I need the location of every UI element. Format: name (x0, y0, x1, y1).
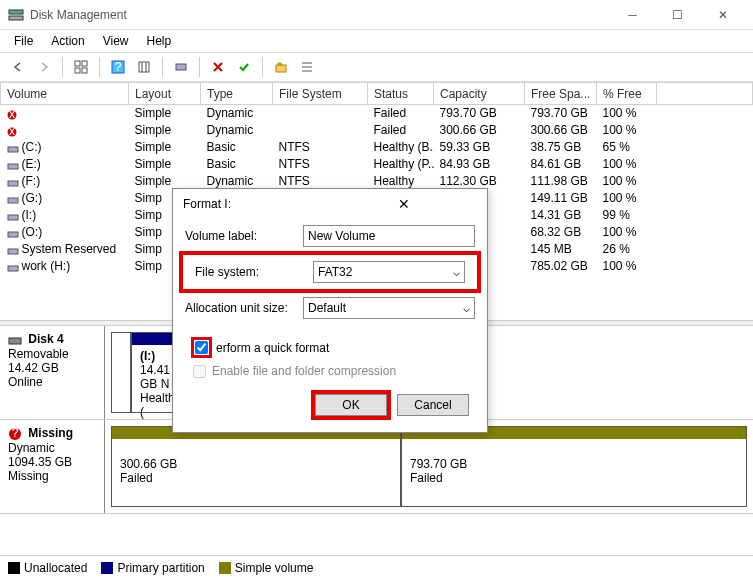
volume-icon (7, 177, 19, 187)
column-header[interactable]: Free Spa... (525, 83, 597, 105)
svg-text:x: x (9, 127, 15, 137)
volume-icon (7, 194, 19, 204)
disk-size: 14.42 GB (8, 361, 59, 375)
volume-label-label: Volume label: (185, 229, 295, 243)
chevron-down-icon: ⌵ (463, 301, 470, 315)
allocation-label: Allocation unit size: (185, 301, 295, 315)
svg-rect-22 (8, 164, 18, 169)
cancel-button[interactable]: Cancel (397, 394, 469, 416)
refresh-icon[interactable] (169, 55, 193, 79)
svg-rect-1 (9, 16, 23, 20)
svg-rect-23 (8, 181, 18, 186)
svg-text:x: x (9, 110, 15, 120)
compression-checkbox (193, 365, 206, 378)
volume-icon (7, 160, 19, 170)
svg-rect-12 (276, 65, 286, 72)
disk-icon (8, 333, 22, 347)
grid-icon[interactable] (69, 55, 93, 79)
table-row[interactable]: (E:)SimpleBasicNTFSHealthy (P...84.93 GB… (1, 156, 753, 173)
svg-rect-5 (82, 68, 87, 73)
svg-rect-29 (9, 338, 21, 344)
table-row[interactable]: (F:)SimpleDynamicNTFSHealthy112.30 GB111… (1, 173, 753, 190)
disk-name: Disk 4 (28, 332, 63, 346)
column-header[interactable]: Capacity (434, 83, 525, 105)
column-header[interactable]: Type (201, 83, 273, 105)
volume-icon (7, 262, 19, 272)
svg-text:?: ? (115, 60, 122, 74)
partition-failed-1[interactable]: 300.66 GB Failed (111, 426, 401, 507)
column-header[interactable]: Volume (1, 83, 129, 105)
table-row[interactable]: xSimpleDynamicFailed300.66 GB300.66 GB10… (1, 122, 753, 139)
list-icon[interactable] (295, 55, 319, 79)
file-system-label: File system: (195, 265, 305, 279)
check-icon[interactable] (232, 55, 256, 79)
svg-rect-2 (75, 61, 80, 66)
maximize-button[interactable]: ☐ (655, 0, 700, 30)
close-button[interactable]: ✕ (700, 0, 745, 30)
disk-size: 1094.35 GB (8, 455, 72, 469)
column-header[interactable]: Status (368, 83, 434, 105)
disk-type: Removable (8, 347, 69, 361)
allocation-select[interactable]: Default ⌵ (303, 297, 475, 319)
column-header[interactable]: File System (273, 83, 368, 105)
menu-bar: File Action View Help (0, 30, 753, 52)
volume-icon: x (7, 109, 19, 119)
svg-rect-21 (8, 147, 18, 152)
table-header[interactable]: VolumeLayoutTypeFile SystemStatusCapacit… (1, 83, 753, 105)
svg-text:?: ? (12, 427, 19, 440)
svg-rect-0 (9, 10, 23, 14)
missing-icon: ? (8, 427, 22, 441)
forward-button[interactable] (32, 55, 56, 79)
compression-label: Enable file and folder compression (212, 364, 396, 378)
table-row[interactable]: xSimpleDynamicFailed793.70 GB793.70 GB10… (1, 105, 753, 122)
svg-marker-13 (278, 63, 282, 65)
disk-status: Missing (8, 469, 49, 483)
svg-rect-25 (8, 215, 18, 220)
open-icon[interactable] (269, 55, 293, 79)
ok-button[interactable]: OK (315, 394, 387, 416)
svg-rect-24 (8, 198, 18, 203)
disk-name: Missing (28, 426, 73, 440)
volume-icon (7, 211, 19, 221)
chevron-down-icon: ⌵ (453, 265, 460, 279)
column-header[interactable]: % Free (597, 83, 657, 105)
file-system-select[interactable]: FAT32 ⌵ (313, 261, 465, 283)
disk-type: Dynamic (8, 441, 55, 455)
svg-rect-28 (8, 266, 18, 271)
svg-rect-27 (8, 249, 18, 254)
menu-help[interactable]: Help (139, 32, 180, 50)
help-icon[interactable]: ? (106, 55, 130, 79)
volume-icon (7, 228, 19, 238)
menu-action[interactable]: Action (43, 32, 92, 50)
table-row[interactable]: (C:)SimpleBasicNTFSHealthy (B...59.33 GB… (1, 139, 753, 156)
dialog-titlebar[interactable]: Format I: ✕ (173, 189, 487, 219)
volume-icon (7, 143, 19, 153)
disk-missing-panel: ? Missing Dynamic 1094.35 GB Missing 300… (0, 420, 753, 514)
svg-rect-3 (82, 61, 87, 66)
volume-icon: x (7, 126, 19, 136)
minimize-button[interactable]: ─ (610, 0, 655, 30)
svg-rect-11 (176, 64, 186, 70)
quick-format-label: erform a quick format (216, 341, 329, 355)
menu-view[interactable]: View (95, 32, 137, 50)
quick-format-checkbox[interactable] (195, 341, 208, 354)
volume-label-input[interactable] (303, 225, 475, 247)
window-title: Disk Management (30, 8, 610, 22)
format-dialog: Format I: ✕ Volume label: File system: F… (172, 188, 488, 433)
legend: Unallocated Primary partition Simple vol… (0, 555, 753, 579)
svg-rect-4 (75, 68, 80, 73)
menu-file[interactable]: File (6, 32, 41, 50)
svg-rect-26 (8, 232, 18, 237)
dialog-close-button[interactable]: ✕ (330, 196, 477, 212)
window-titlebar: Disk Management ─ ☐ ✕ (0, 0, 753, 30)
app-icon (8, 7, 24, 23)
column-header[interactable]: Layout (129, 83, 201, 105)
settings-icon[interactable] (132, 55, 156, 79)
disk-status: Online (8, 375, 43, 389)
volume-icon (7, 245, 19, 255)
partition-failed-2[interactable]: 793.70 GB Failed (401, 426, 747, 507)
back-button[interactable] (6, 55, 30, 79)
toolbar: ? (0, 52, 753, 82)
svg-rect-8 (139, 62, 149, 72)
delete-icon[interactable] (206, 55, 230, 79)
